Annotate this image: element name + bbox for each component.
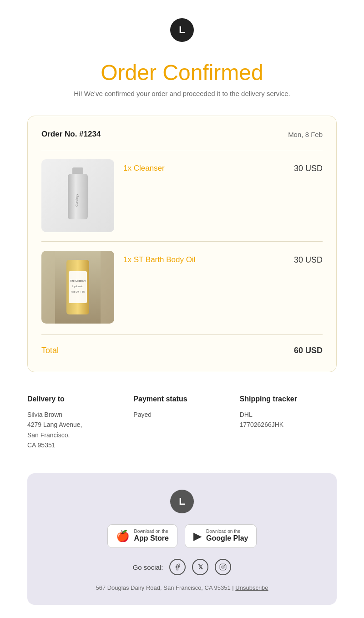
item-details-oil: 1x ST Barth Body Oil (114, 251, 277, 269)
svg-text:Hyaluronic: Hyaluronic (72, 285, 83, 288)
order-card: Order No. #1234 Mon, 8 Feb Curology (27, 116, 337, 372)
footer-logo: L (170, 490, 194, 513)
subtitle: Hi! We've confirmed your order and proce… (0, 90, 364, 97)
payment-col: Payment status Payed (133, 395, 230, 451)
google-play-text: Download on the Google Play (206, 529, 248, 543)
svg-rect-9 (220, 564, 226, 570)
delivery-address2: San Francisco, (27, 430, 124, 440)
shipping-tracking: 177026266JHK (240, 420, 337, 430)
svg-text:Curology: Curology (75, 193, 79, 207)
order-number: Order No. #1234 (41, 130, 101, 139)
apple-icon: 🍎 (116, 530, 130, 542)
app-store-small: Download on the (134, 529, 169, 534)
footer: L 🍎 Download on the App Store ▶ Download… (27, 473, 337, 605)
payment-status: Payed (133, 410, 230, 420)
unsubscribe-link[interactable]: Unsubscribe (235, 584, 268, 591)
app-store-text: Download on the App Store (134, 529, 169, 543)
title-section: Order Confirmed Hi! We've confirmed your… (0, 56, 364, 106)
footer-address: 567 Douglas Dairy Road, San Francisco, C… (36, 584, 328, 591)
app-buttons: 🍎 Download on the App Store ▶ Download o… (36, 524, 328, 548)
order-item-cleanser: Curology 1x Cleanser 30 USD (41, 150, 323, 241)
order-header: Order No. #1234 Mon, 8 Feb (41, 130, 323, 139)
item-name-cleanser: 1x Cleanser (123, 164, 165, 172)
delivery-address3: CA 95351 (27, 440, 124, 450)
shipping-heading: Shipping tracker (240, 395, 337, 403)
footer-logo-container: L (36, 490, 328, 513)
svg-point-10 (222, 566, 224, 568)
svg-rect-0 (72, 167, 83, 175)
shipping-carrier: DHL (240, 410, 337, 420)
total-price: 60 USD (294, 346, 323, 355)
delivery-col: Delivery to Silvia Brown 4279 Lang Avenu… (27, 395, 124, 451)
header-logo: L (170, 18, 194, 42)
payment-heading: Payment status (133, 395, 230, 403)
delivery-address1: 4279 Lang Avenue, (27, 420, 124, 430)
order-date: Mon, 8 Feb (288, 131, 323, 138)
google-play-large: Google Play (206, 534, 248, 543)
social-label: Go social: (133, 563, 163, 571)
order-item-oil: The Ordinary Hyaluronic Acid 2% + B5 1x … (41, 241, 323, 333)
x-twitter-icon[interactable]: 𝕏 (192, 559, 208, 575)
shipping-col: Shipping tracker DHL 177026266JHK (240, 395, 337, 451)
delivery-heading: Delivery to (27, 395, 124, 403)
svg-text:Acid 2% + B5: Acid 2% + B5 (71, 290, 85, 293)
header: L (0, 0, 364, 56)
svg-point-11 (225, 565, 225, 566)
order-total: Total 60 USD (41, 334, 323, 358)
app-store-large: App Store (134, 534, 169, 543)
item-details-cleanser: 1x Cleanser (114, 159, 277, 177)
product-image-oil: The Ordinary Hyaluronic Acid 2% + B5 (41, 251, 114, 324)
google-play-small: Download on the (206, 529, 248, 534)
item-name-oil: 1x ST Barth Body Oil (123, 255, 195, 264)
info-section: Delivery to Silvia Brown 4279 Lang Avenu… (0, 386, 364, 469)
social-row: Go social: 𝕏 (36, 559, 328, 575)
google-play-button[interactable]: ▶ Download on the Google Play (185, 524, 257, 548)
svg-text:The Ordinary: The Ordinary (70, 279, 86, 282)
google-play-icon: ▶ (193, 530, 202, 542)
item-price-oil: 30 USD (277, 251, 323, 265)
total-label: Total (41, 346, 59, 355)
product-image-cleanser: Curology (41, 159, 114, 232)
app-store-button[interactable]: 🍎 Download on the App Store (107, 524, 177, 548)
facebook-icon[interactable] (169, 559, 186, 575)
delivery-name: Silvia Brown (27, 410, 124, 420)
item-price-cleanser: 30 USD (277, 159, 323, 173)
instagram-icon[interactable] (215, 559, 231, 575)
cleanser-svg: Curology (60, 164, 96, 228)
page-title: Order Confirmed (0, 60, 364, 85)
oil-svg: The Ordinary Hyaluronic Acid 2% + B5 (55, 251, 101, 324)
